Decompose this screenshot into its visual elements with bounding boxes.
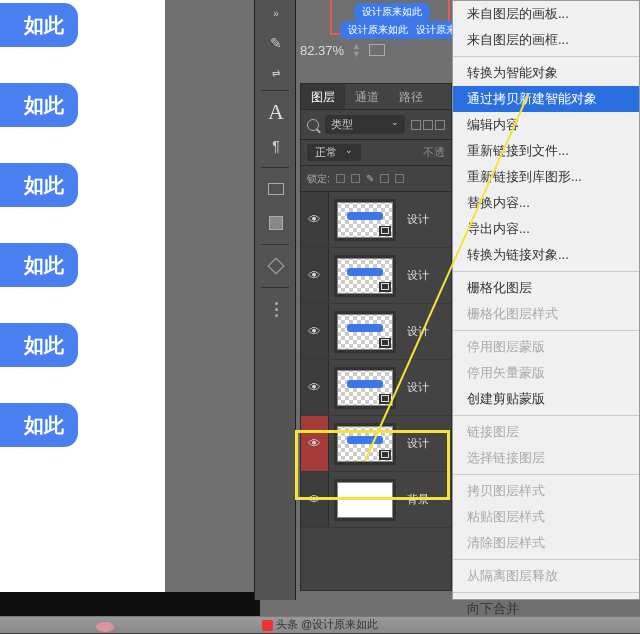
zoom-control[interactable]: 82.37% ▲▼ bbox=[300, 42, 385, 58]
brush-tool-icon[interactable]: ✎ bbox=[255, 26, 297, 60]
menu-relink-library[interactable]: 重新链接到库图形... bbox=[453, 164, 639, 190]
menu-new-smart-object-via-copy[interactable]: 通过拷贝新建智能对象 bbox=[453, 86, 639, 112]
layer-thumbnail[interactable] bbox=[334, 311, 396, 353]
layer-row[interactable]: 👁设计 bbox=[301, 416, 451, 472]
lock-all-icon[interactable] bbox=[395, 174, 404, 183]
menu-replace-contents[interactable]: 替换内容... bbox=[453, 190, 639, 216]
layer-name[interactable]: 设计 bbox=[401, 380, 429, 395]
canvas-document[interactable]: 如此 如此 如此 如此 如此 如此 bbox=[0, 0, 165, 600]
menu-export-contents[interactable]: 导出内容... bbox=[453, 216, 639, 242]
layer-context-menu: 来自图层的画板... 来自图层的画框... 转换为智能对象 通过拷贝新建智能对象… bbox=[452, 0, 640, 600]
canvas-pill: 如此 bbox=[0, 323, 78, 367]
menu-convert-linked[interactable]: 转换为链接对象... bbox=[453, 242, 639, 268]
square-icon[interactable] bbox=[255, 206, 297, 240]
lock-artboard-icon[interactable] bbox=[380, 174, 389, 183]
canvas-pill: 如此 bbox=[0, 403, 78, 447]
paragraph-icon[interactable]: ¶ bbox=[255, 129, 297, 163]
menu-relink-file[interactable]: 重新链接到文件... bbox=[453, 138, 639, 164]
collapse-icon[interactable]: » bbox=[255, 0, 297, 26]
layer-thumbnail[interactable] bbox=[334, 479, 396, 521]
layer-name[interactable]: 背景 bbox=[401, 492, 429, 507]
watermark-logo-icon bbox=[262, 620, 273, 631]
layer-row[interactable]: 👁设计 bbox=[301, 360, 451, 416]
watermark: 头条 @设计原来如此 bbox=[0, 616, 640, 633]
visibility-toggle[interactable]: 👁 bbox=[301, 192, 329, 247]
canvas-pill: 如此 bbox=[0, 163, 78, 207]
canvas-pill: 如此 bbox=[0, 83, 78, 127]
layer-name[interactable]: 设计 bbox=[401, 268, 429, 283]
tab-paths[interactable]: 路径 bbox=[389, 84, 433, 109]
lock-pixels-icon[interactable] bbox=[336, 174, 345, 183]
layer-name[interactable]: 设计 bbox=[401, 436, 429, 451]
menu-create-clipping-mask[interactable]: 创建剪贴蒙版 bbox=[453, 386, 639, 412]
visibility-toggle[interactable]: 👁 bbox=[301, 304, 329, 359]
layer-thumbnail[interactable] bbox=[334, 367, 396, 409]
tab-channels[interactable]: 通道 bbox=[345, 84, 389, 109]
menu-edit-contents[interactable]: 编辑内容 bbox=[453, 112, 639, 138]
canvas-pill: 如此 bbox=[0, 3, 78, 47]
smart-object-icon bbox=[379, 394, 391, 404]
visibility-toggle[interactable]: 👁 bbox=[301, 472, 329, 527]
diamond-icon[interactable] bbox=[255, 249, 297, 283]
canvas-pill: 如此 bbox=[0, 243, 78, 287]
lock-position-icon[interactable] bbox=[351, 174, 360, 183]
smart-object-icon bbox=[379, 450, 391, 460]
search-icon[interactable] bbox=[307, 119, 319, 131]
menu-convert-smart-object[interactable]: 转换为智能对象 bbox=[453, 60, 639, 86]
layer-name[interactable]: 设计 bbox=[401, 212, 429, 227]
more-icon[interactable] bbox=[255, 292, 297, 326]
menu-select-linked: 选择链接图层 bbox=[453, 445, 639, 471]
visibility-toggle[interactable]: 👁 bbox=[301, 360, 329, 415]
menu-paste-layer-style: 粘贴图层样式 bbox=[453, 504, 639, 530]
filter-icons[interactable] bbox=[411, 120, 445, 130]
smart-object-icon bbox=[379, 282, 391, 292]
menu-release-isolation: 从隔离图层释放 bbox=[453, 563, 639, 589]
layer-thumbnail[interactable] bbox=[334, 255, 396, 297]
tool-options-strip: » ✎ ⇄ A ¶ bbox=[254, 0, 296, 600]
layers-list: 👁设计 👁设计 👁设计 👁设计 👁设计 👁背景 bbox=[301, 192, 451, 528]
canvas-chip: 设计原来如此 bbox=[340, 21, 416, 39]
menu-copy-layer-style: 拷贝图层样式 bbox=[453, 478, 639, 504]
menu-disable-vector-mask: 停用矢量蒙版 bbox=[453, 360, 639, 386]
rect-icon[interactable] bbox=[255, 172, 297, 206]
smart-object-icon bbox=[379, 226, 391, 236]
menu-from-frame[interactable]: 来自图层的画框... bbox=[453, 27, 639, 53]
layer-row[interactable]: 👁背景 bbox=[301, 472, 451, 528]
canvas-chip: 设计原来如此 bbox=[354, 3, 430, 21]
menu-link-layers: 链接图层 bbox=[453, 419, 639, 445]
blend-mode-select[interactable]: 正常⌄ bbox=[307, 144, 361, 161]
type-tool-icon[interactable]: A bbox=[268, 99, 284, 125]
layer-row[interactable]: 👁设计 bbox=[301, 304, 451, 360]
opacity-label: 不透 bbox=[423, 145, 445, 160]
menu-clear-layer-style: 清除图层样式 bbox=[453, 530, 639, 556]
smart-object-icon bbox=[379, 338, 391, 348]
filter-type-select[interactable]: 类型⌄ bbox=[325, 115, 405, 134]
swap-icon[interactable]: ⇄ bbox=[255, 60, 297, 86]
zoom-stepper-icon[interactable]: ▲▼ bbox=[352, 42, 361, 58]
lock-label: 锁定: bbox=[307, 172, 330, 186]
menu-from-artboard[interactable]: 来自图层的画板... bbox=[453, 1, 639, 27]
layer-thumbnail[interactable] bbox=[334, 199, 396, 241]
lock-brush-icon[interactable]: ✎ bbox=[366, 173, 374, 184]
layer-name[interactable]: 设计 bbox=[401, 324, 429, 339]
zoom-value: 82.37% bbox=[300, 43, 344, 58]
layer-row[interactable]: 👁设计 bbox=[301, 248, 451, 304]
fit-screen-icon[interactable] bbox=[369, 44, 385, 56]
menu-disable-layer-mask: 停用图层蒙版 bbox=[453, 334, 639, 360]
visibility-toggle[interactable]: 👁 bbox=[301, 416, 329, 471]
layer-row[interactable]: 👁设计 bbox=[301, 192, 451, 248]
menu-rasterize-layer[interactable]: 栅格化图层 bbox=[453, 275, 639, 301]
visibility-toggle[interactable]: 👁 bbox=[301, 248, 329, 303]
layer-thumbnail[interactable] bbox=[334, 423, 396, 465]
tab-layers[interactable]: 图层 bbox=[301, 84, 345, 109]
menu-rasterize-style: 栅格化图层样式 bbox=[453, 301, 639, 327]
layers-panel: 图层 通道 路径 类型⌄ 正常⌄ 不透 锁定: ✎ 👁设计 👁设计 👁设计 👁设… bbox=[300, 83, 452, 591]
